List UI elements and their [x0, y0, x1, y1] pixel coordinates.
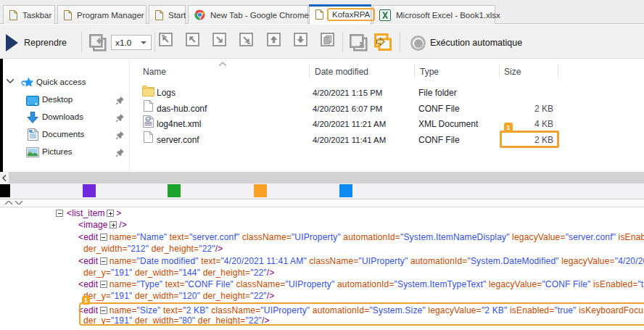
svg-text:<e>: <e>	[145, 117, 151, 121]
